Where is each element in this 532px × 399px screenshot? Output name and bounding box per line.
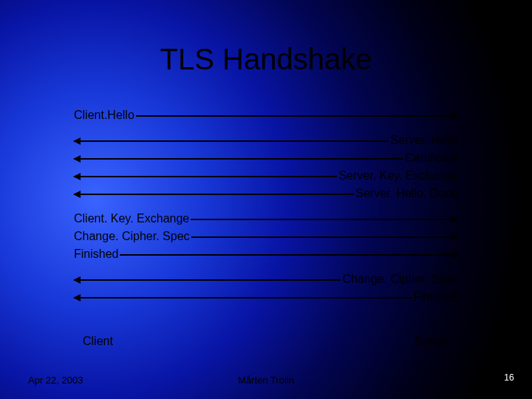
arrow-right-icon — [136, 115, 458, 117]
slide-title: TLS Handshake — [0, 43, 532, 76]
message-row: Change. Cipher. Spec — [74, 228, 458, 245]
server-label: Server — [415, 332, 449, 350]
message-label: Certificate — [405, 149, 458, 167]
message-label: Change. Cipher. Spec — [74, 228, 190, 245]
message-label: Finished — [414, 288, 458, 306]
arrow-left-icon — [74, 140, 389, 142]
footer-page: 16 — [501, 369, 517, 386]
message-label: Client.Hello — [74, 106, 134, 124]
footer-author: Mårten Trolin — [0, 375, 532, 386]
message-row: Client. Key. Exchange — [74, 210, 458, 228]
message-row: Server. Hello. Done — [74, 185, 458, 202]
message-row: Certificate — [74, 149, 458, 167]
arrow-left-icon — [74, 176, 337, 177]
arrow-left-icon — [74, 158, 403, 160]
message-row: Finished — [74, 245, 458, 263]
message-label: Change. Cipher. Spec — [342, 270, 458, 288]
arrow-right-icon — [191, 236, 458, 238]
message-row: Change. Cipher. Spec — [74, 270, 458, 288]
arrow-left-icon — [74, 194, 354, 195]
arrow-right-icon — [120, 254, 458, 256]
message-label: Finished — [74, 245, 118, 263]
handshake-diagram: Client.HelloServer. HelloCertificateServ… — [74, 106, 458, 306]
message-label: Client. Key. Exchange — [74, 210, 189, 228]
message-label: Server. Key. Exchange — [338, 167, 458, 185]
message-row: Server. Hello — [74, 132, 458, 149]
arrow-left-icon — [74, 297, 412, 299]
arrow-right-icon — [191, 219, 458, 220]
message-label: Server. Hello — [390, 132, 458, 149]
arrow-left-icon — [74, 279, 341, 281]
message-row: Client.Hello — [74, 106, 458, 124]
message-label: Server. Hello. Done — [355, 185, 458, 202]
slide: TLS Handshake Client.HelloServer. HelloC… — [0, 0, 532, 399]
message-row: Finished — [74, 288, 458, 306]
client-label: Client — [83, 332, 113, 350]
message-row: Server. Key. Exchange — [74, 167, 458, 185]
